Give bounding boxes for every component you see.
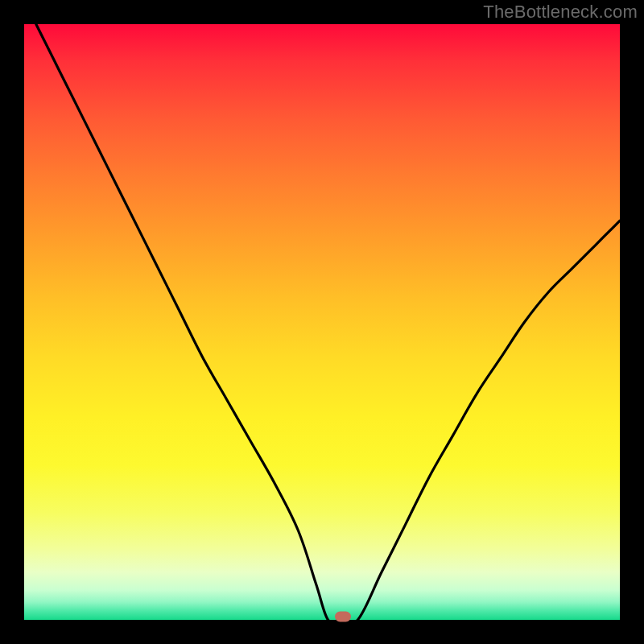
bottleneck-marker: [335, 612, 351, 622]
curve-svg: [24, 24, 620, 620]
watermark-text: TheBottleneck.com: [483, 2, 638, 23]
plot-area: [24, 24, 620, 620]
bottleneck-curve: [36, 24, 620, 624]
chart-frame: TheBottleneck.com: [0, 0, 644, 644]
